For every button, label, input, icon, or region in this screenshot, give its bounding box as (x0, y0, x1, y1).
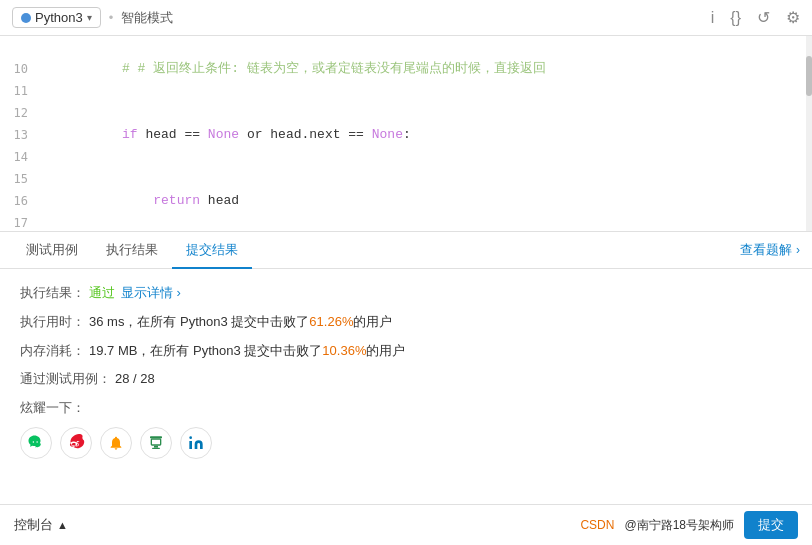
view-solution-label: 查看题解 (740, 241, 792, 259)
mem-value: 19.7 MB (89, 341, 137, 362)
wechat-icon[interactable] (20, 427, 52, 459)
svg-rect-0 (150, 436, 162, 438)
results-area: 执行结果： 通过 显示详情 › 执行用时： 36 ms ，在所有 Python3… (0, 269, 812, 473)
language-selector[interactable]: Python3 ▾ (12, 7, 101, 28)
exec-result-row: 执行结果： 通过 显示详情 › (20, 283, 792, 304)
vertical-scrollbar[interactable] (806, 36, 812, 231)
linkedin-icon[interactable] (180, 427, 212, 459)
csdn-label: CSDN (580, 518, 614, 532)
exec-time-desc1: ，在所有 Python3 提交中击败了 (124, 312, 309, 333)
exec-result-label: 执行结果： (20, 283, 85, 304)
line-num-12: 12 (14, 102, 28, 124)
line-num-17: 17 (14, 212, 28, 231)
tab-exec-result[interactable]: 执行结果 (92, 233, 172, 269)
line-num-10: 10 (14, 58, 28, 80)
lang-dot (21, 13, 31, 23)
exec-time-value: 36 ms (89, 312, 124, 333)
test-label: 通过测试用例： (20, 369, 111, 390)
exec-result-link[interactable]: 显示详情 › (121, 283, 181, 304)
separator: • (109, 10, 114, 25)
mem-percent: 10.36% (322, 341, 366, 362)
svg-rect-3 (152, 448, 160, 449)
user-link[interactable]: @南宁路18号架构师 (624, 517, 734, 534)
mem-desc2: 的用户 (366, 341, 405, 362)
braces-icon[interactable]: {} (730, 9, 741, 27)
line-numbers: 10 11 12 13 14 15 16 17 18 (0, 36, 36, 231)
svg-rect-1 (151, 439, 160, 445)
line-num-15: 15 (14, 168, 28, 190)
exec-result-value: 通过 (89, 283, 115, 304)
toolbar-right: i {} ↺ ⚙ (711, 8, 800, 27)
console-label-text: 控制台 (14, 516, 53, 534)
settings-icon[interactable]: ⚙ (786, 8, 800, 27)
view-solution[interactable]: 查看题解 › (740, 241, 800, 259)
exec-time-desc2: 的用户 (353, 312, 392, 333)
submit-button[interactable]: 提交 (744, 511, 798, 539)
line-num-16: 16 (14, 190, 28, 212)
bottom-right-section: CSDN @南宁路18号架构师 提交 (580, 511, 798, 539)
view-solution-chevron: › (796, 243, 800, 257)
exec-time-label: 执行用时： (20, 312, 85, 333)
test-value: 28 / 28 (115, 369, 155, 390)
code-line-scroll: # # 返回终止条件: 链表为空，或者定链表没有尾端点的时候，直接返回 (44, 36, 804, 102)
douban-icon[interactable] (140, 427, 172, 459)
language-label: Python3 (35, 10, 83, 25)
share-row: 炫耀一下： (20, 398, 792, 419)
top-toolbar: Python3 ▾ • 智能模式 i {} ↺ ⚙ (0, 0, 812, 36)
share-label: 炫耀一下： (20, 398, 85, 419)
scrollbar-thumb[interactable] (806, 56, 812, 96)
weibo-icon[interactable] (60, 427, 92, 459)
mem-desc1: ，在所有 Python3 提交中击败了 (137, 341, 322, 362)
console-section[interactable]: 控制台 ▲ (14, 516, 68, 534)
mem-label: 内存消耗： (20, 341, 85, 362)
svg-rect-2 (154, 446, 158, 448)
tab-submit-result[interactable]: 提交结果 (172, 233, 252, 269)
line-num-14: 14 (14, 146, 28, 168)
bottom-bar: 控制台 ▲ CSDN @南宁路18号架构师 提交 (0, 504, 812, 545)
exec-time-row: 执行用时： 36 ms ，在所有 Python3 提交中击败了 61.26% 的… (20, 312, 792, 333)
test-cases-row: 通过测试用例： 28 / 28 (20, 369, 792, 390)
exec-time-percent: 61.26% (309, 312, 353, 333)
notification-icon[interactable] (100, 427, 132, 459)
code-line-10: if head == None or head.next == None: (44, 102, 804, 168)
line-num-11: 11 (14, 80, 28, 102)
tab-test-cases[interactable]: 测试用例 (12, 233, 92, 269)
code-editor: 10 11 12 13 14 15 16 17 18 # # 返回终止条件: 链… (0, 36, 812, 231)
smart-mode-label: 智能模式 (121, 9, 173, 27)
code-content[interactable]: # # 返回终止条件: 链表为空，或者定链表没有尾端点的时候，直接返回 if h… (36, 36, 812, 231)
mem-row: 内存消耗： 19.7 MB ，在所有 Python3 提交中击败了 10.36%… (20, 341, 792, 362)
tabs-bar: 测试用例 执行结果 提交结果 查看题解 › (0, 231, 812, 269)
refresh-icon[interactable]: ↺ (757, 8, 770, 27)
info-icon[interactable]: i (711, 9, 715, 27)
svg-point-4 (189, 436, 192, 439)
code-line-11: return head (44, 168, 804, 231)
line-num-13: 13 (14, 124, 28, 146)
social-icons-row (20, 427, 792, 459)
console-chevron-up-icon: ▲ (57, 519, 68, 531)
chevron-down-icon: ▾ (87, 12, 92, 23)
scroll-hint (21, 36, 28, 58)
